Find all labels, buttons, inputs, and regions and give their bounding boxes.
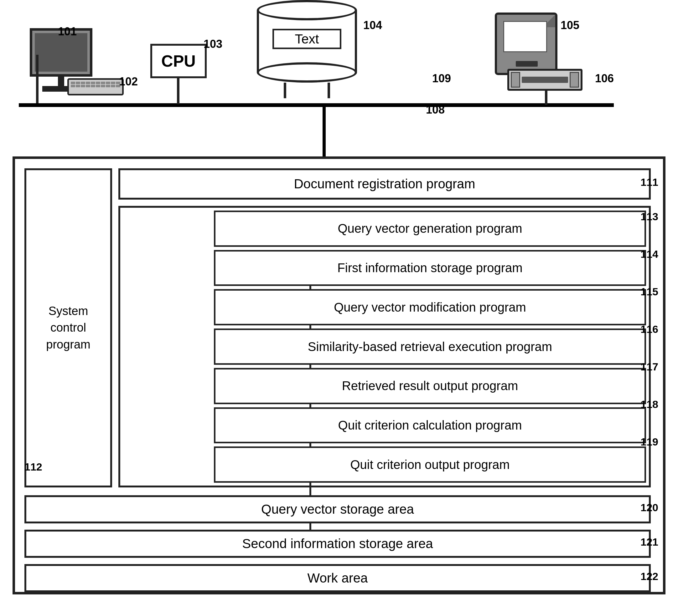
ref-114: 114 xyxy=(640,248,658,260)
device-body xyxy=(507,69,582,91)
cpu-label: CPU xyxy=(161,52,196,70)
storage-label-2: Work area xyxy=(307,571,368,586)
storage-row-121: Second information storage area xyxy=(25,530,651,558)
system-control-label: Systemcontrolprogram xyxy=(46,303,90,353)
ref-118: 118 xyxy=(640,398,658,410)
program-label-5: Quit criterion calculation program xyxy=(338,418,522,433)
program-label-1: First information storage program xyxy=(337,261,522,275)
program-label-6: Quit criterion output program xyxy=(350,458,510,472)
program-label-4: Retrieved result output program xyxy=(342,379,518,393)
floppy-device xyxy=(495,12,557,75)
db-leg-right xyxy=(328,83,330,98)
bus-line xyxy=(19,103,614,107)
ref-101: 101 xyxy=(58,25,77,38)
floppy-body xyxy=(495,12,557,75)
monitor-screen-inner xyxy=(35,33,87,72)
cpu-leg xyxy=(177,78,180,104)
program-label-2: Query vector modification program xyxy=(334,300,526,315)
storage-row-120: Query vector storage area xyxy=(25,495,651,523)
ref-108: 108 xyxy=(426,103,445,116)
system-control-box: Systemcontrolprogram xyxy=(25,168,112,487)
ref-115: 115 xyxy=(640,286,658,298)
program-label-0: Query vector generation program xyxy=(338,221,522,236)
keyboard-body xyxy=(67,78,124,95)
bus-vertical-line xyxy=(323,107,326,157)
database-device: Text xyxy=(257,0,357,98)
storage-row-122: Work area xyxy=(25,564,651,592)
program-row-4: Retrieved result output program xyxy=(214,368,646,404)
monitor-neck xyxy=(58,77,64,86)
keyboard-device xyxy=(67,78,124,95)
ref-121: 121 xyxy=(640,536,658,548)
ref-111: 111 xyxy=(640,176,658,188)
program-row-2: Query vector modification program xyxy=(214,289,646,325)
db-legs xyxy=(263,83,351,98)
floppy-label xyxy=(503,21,547,52)
keyboard-keys xyxy=(69,80,122,89)
storage-label-1: Second information storage area xyxy=(242,536,433,551)
device-106-leg xyxy=(545,91,548,105)
device-slot xyxy=(522,77,568,83)
program-row-1: First information storage program xyxy=(214,250,646,286)
doc-registration-box: Document registration program xyxy=(118,168,651,200)
ref-102: 102 xyxy=(119,75,138,88)
program-row-3: Similarity-based retrieval execution pro… xyxy=(214,328,646,365)
db-text-rect: Text xyxy=(272,29,341,49)
monitor-leg xyxy=(36,55,39,103)
ref-116: 116 xyxy=(640,323,658,335)
ref-119: 119 xyxy=(640,436,658,448)
cpu-rect: CPU xyxy=(150,44,207,78)
program-label-3: Similarity-based retrieval execution pro… xyxy=(308,340,552,354)
storage-label-0: Query vector storage area xyxy=(261,502,414,517)
db-leg-left xyxy=(284,83,286,98)
ref-117: 117 xyxy=(640,361,658,373)
device-strip xyxy=(511,72,520,88)
program-rows: Query vector generation program First in… xyxy=(209,206,651,487)
ref-106: 106 xyxy=(595,72,614,85)
db-text-label: Text xyxy=(259,29,355,49)
db-label: Text xyxy=(295,32,319,47)
ref-120: 120 xyxy=(640,501,658,514)
program-row-0: Query vector generation program xyxy=(214,211,646,247)
floppy-slot xyxy=(516,61,538,67)
ref-113: 113 xyxy=(640,211,658,223)
software-section: Systemcontrolprogram 112 Document regist… xyxy=(12,156,666,594)
diagram-container: CPU Text xyxy=(0,0,678,616)
ref-122: 122 xyxy=(640,570,658,582)
program-row-6: Quit criterion output program xyxy=(214,446,646,483)
ref-103: 103 xyxy=(203,38,222,51)
ref-112-label: 112 xyxy=(25,461,42,473)
ref-109: 109 xyxy=(432,72,451,85)
device-106 xyxy=(507,69,582,91)
device-strip-2 xyxy=(570,72,579,88)
db-bottom-ellipse xyxy=(257,62,357,83)
cpu-device: CPU xyxy=(150,44,207,78)
program-row-5: Quit criterion calculation program xyxy=(214,407,646,444)
doc-registration-label: Document registration program xyxy=(294,176,476,192)
ref-104: 104 xyxy=(363,19,382,32)
db-top-ellipse xyxy=(257,0,357,20)
ref-105: 105 xyxy=(561,19,579,32)
